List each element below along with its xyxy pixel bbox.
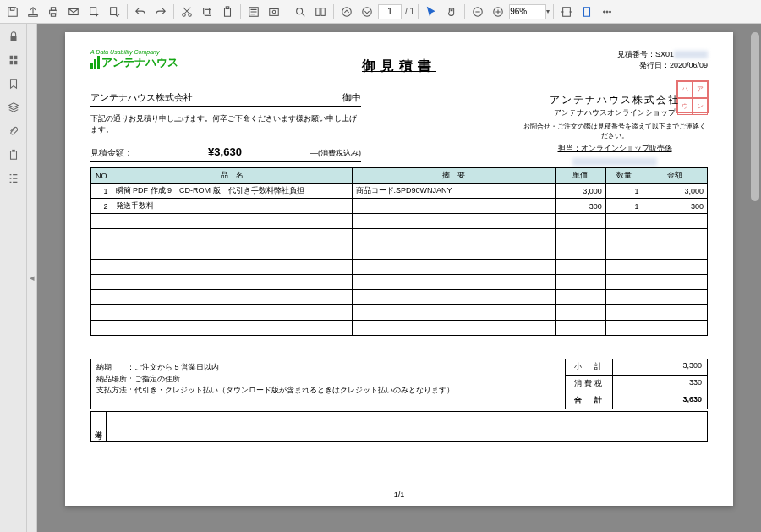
layers-icon[interactable] (4, 98, 23, 117)
page-add-icon[interactable] (85, 3, 103, 21)
mail-icon[interactable] (64, 3, 83, 21)
table-header-row: NO 品 名 摘 要 単価 数量 金額 (91, 168, 708, 184)
lock-icon[interactable] (4, 27, 23, 46)
sidebar-collapse-icon[interactable]: ◂ (27, 24, 37, 532)
canvas[interactable]: A Data Usability Company アンテナハウス 御見積書 見積… (37, 24, 761, 532)
undo-icon[interactable] (131, 3, 150, 21)
svg-rect-10 (205, 9, 211, 15)
page-up-icon[interactable] (337, 3, 356, 21)
svg-point-19 (342, 7, 352, 16)
outline-icon[interactable] (4, 169, 23, 188)
print-icon[interactable] (44, 3, 63, 21)
svg-rect-0 (10, 7, 14, 10)
svg-rect-31 (9, 61, 13, 64)
svg-point-7 (183, 13, 186, 16)
table-row (91, 290, 708, 305)
table-row (91, 229, 708, 244)
svg-rect-34 (12, 150, 15, 152)
table-row (91, 214, 708, 229)
svg-rect-2 (51, 7, 55, 10)
table-row: 1瞬簡 PDF 作成 9 CD-ROM 版 代引き手数料弊社負担商品コード:SP… (91, 184, 708, 199)
page-check-icon[interactable] (105, 3, 123, 21)
svg-rect-18 (321, 8, 325, 15)
logo-icon (90, 56, 100, 69)
snapshot-icon[interactable] (265, 3, 283, 21)
svg-rect-3 (51, 13, 55, 16)
logo: A Data Usability Company アンテナハウス (90, 49, 178, 70)
svg-rect-32 (14, 61, 17, 64)
svg-point-27 (610, 10, 611, 12)
svg-rect-6 (111, 7, 117, 14)
zoom-dropdown-icon[interactable]: ▾ (546, 8, 550, 15)
upload-icon[interactable] (24, 3, 42, 21)
copy-icon[interactable] (198, 3, 216, 21)
svg-rect-5 (90, 7, 96, 14)
svg-point-8 (189, 13, 192, 16)
svg-rect-28 (10, 36, 16, 41)
more-icon[interactable] (598, 3, 616, 21)
fit-page-icon[interactable] (578, 3, 596, 21)
clipboard-icon[interactable] (4, 145, 23, 164)
table-row (91, 244, 708, 260)
svg-rect-11 (225, 8, 231, 16)
svg-point-15 (272, 10, 276, 14)
search-icon[interactable] (291, 3, 309, 21)
form-icon[interactable] (244, 3, 263, 21)
svg-rect-24 (584, 7, 590, 16)
toolbar: / 1 ▾ (0, 0, 761, 24)
pdf-viewer: / 1 ▾ ◂ A Data Usability Compan (0, 0, 761, 532)
svg-rect-29 (9, 56, 13, 59)
document-title: 御見積書 (362, 58, 436, 75)
pointer-icon[interactable] (422, 3, 441, 21)
table-row (91, 275, 708, 290)
svg-point-20 (363, 7, 372, 16)
svg-rect-30 (14, 56, 17, 59)
page-input[interactable] (378, 4, 402, 19)
svg-point-26 (606, 10, 608, 12)
company-block: アンテナハウス株式会社 アンテナハウスオンラインショップ お問合せ・ご注文の際は… (522, 93, 708, 166)
zoom-input[interactable] (509, 4, 546, 19)
paste-icon[interactable] (218, 3, 237, 21)
fit-width-icon[interactable] (557, 3, 576, 21)
attachment-icon[interactable] (4, 122, 23, 140)
bookmark-icon[interactable] (4, 74, 23, 93)
svg-rect-33 (10, 151, 16, 160)
table-row (91, 260, 708, 275)
remarks-box: 備考 (90, 411, 708, 442)
cut-icon[interactable] (178, 3, 196, 21)
svg-point-25 (604, 10, 605, 12)
main-area: ◂ A Data Usability Company アンテナハウス 御見積書 … (0, 24, 761, 532)
redo-icon[interactable] (151, 3, 170, 21)
thumbnails-icon[interactable] (4, 51, 23, 69)
svg-rect-17 (316, 8, 320, 15)
page-down-icon[interactable] (358, 3, 376, 21)
hand-icon[interactable] (442, 3, 461, 21)
zoom-out-icon[interactable] (468, 3, 487, 21)
zoom-in-icon[interactable] (489, 3, 507, 21)
compare-icon[interactable] (311, 3, 330, 21)
document-page: A Data Usability Company アンテナハウス 御見積書 見積… (65, 32, 733, 506)
save-icon[interactable] (3, 3, 22, 21)
table-row (91, 321, 708, 336)
table-row (91, 305, 708, 321)
page-number: 1/1 (394, 491, 405, 499)
page-total: / 1 (405, 7, 414, 16)
table-row: 2発送手数料3001300 (91, 199, 708, 214)
below-table: 納期 ：ご注文から 5 営業日以内 納品場所：ご指定の住所 支払方法：代引き・ク… (90, 359, 708, 409)
svg-point-16 (297, 8, 303, 14)
items-table: NO 品 名 摘 要 単価 数量 金額 1瞬簡 PDF 作成 9 CD-ROM … (90, 167, 708, 336)
meta-info: 見積番号：SX01 発行日：2020/06/09 (617, 49, 708, 70)
sidebar (0, 24, 27, 532)
scrollbar-vertical[interactable] (751, 32, 759, 201)
svg-rect-9 (204, 8, 210, 14)
svg-rect-23 (563, 7, 571, 16)
svg-rect-14 (270, 8, 279, 15)
